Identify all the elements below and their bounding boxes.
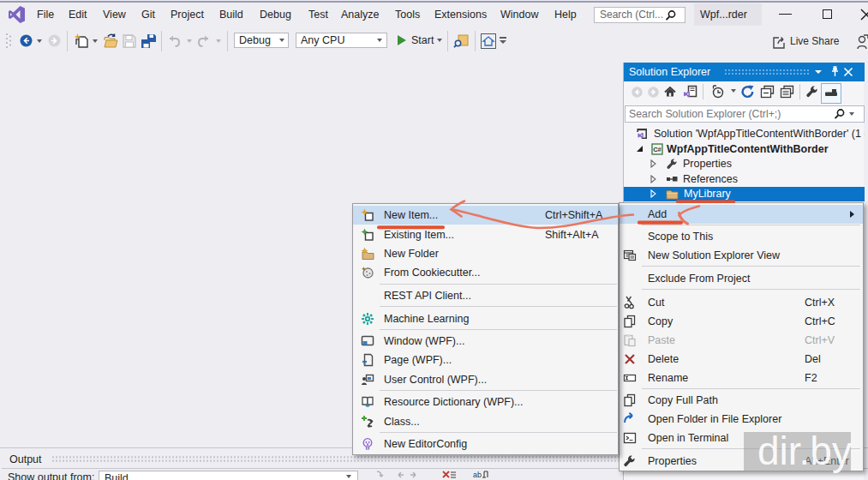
svg-text:C#: C# xyxy=(653,146,661,153)
svg-text:ab: ab xyxy=(473,471,482,479)
